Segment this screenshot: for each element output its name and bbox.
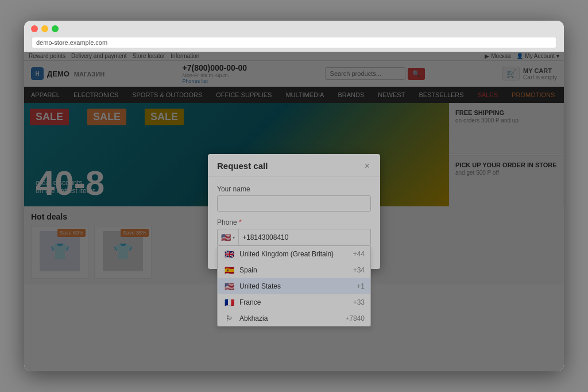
phone-input-row: 🇺🇸 ▾ bbox=[217, 229, 371, 246]
modal-overlay[interactable]: Request call × Your name Phone * bbox=[24, 52, 564, 371]
spain-name: Spain bbox=[239, 266, 349, 274]
country-option-uk[interactable]: 🇬🇧 United Kingdom (Great Britain) +44 bbox=[218, 246, 370, 262]
spain-flag: 🇪🇸 bbox=[223, 266, 235, 275]
abkhazia-name: Abkhazia bbox=[239, 314, 341, 322]
country-option-us[interactable]: 🇺🇸 United States +1 bbox=[218, 278, 370, 294]
country-dropdown[interactable]: 🇬🇧 United Kingdom (Great Britain) +44 🇪🇸… bbox=[217, 246, 371, 326]
name-form-group: Your name bbox=[217, 185, 371, 212]
required-asterisk: * bbox=[239, 218, 242, 226]
country-option-spain[interactable]: 🇪🇸 Spain +34 bbox=[218, 262, 370, 278]
phone-number-input[interactable] bbox=[239, 230, 370, 245]
uk-code: +44 bbox=[353, 250, 365, 258]
phone-form-group: Phone * 🇺🇸 ▾ bbox=[217, 218, 371, 246]
phone-group: 🇺🇸 ▾ 🇬🇧 United Kingdom (Grea bbox=[217, 229, 371, 246]
address-bar[interactable] bbox=[31, 37, 557, 48]
us-name: United States bbox=[239, 282, 352, 290]
minimize-button[interactable] bbox=[41, 25, 48, 32]
modal-body: Your name Phone * 🇺🇸 bbox=[208, 177, 380, 269]
phone-flag-button[interactable]: 🇺🇸 ▾ bbox=[218, 229, 239, 245]
flag-chevron-icon: ▾ bbox=[233, 235, 235, 240]
name-input[interactable] bbox=[217, 195, 371, 212]
phone-label: Phone * bbox=[217, 218, 371, 226]
country-option-abkhazia[interactable]: 🏳 Abkhazia +7840 bbox=[218, 310, 370, 326]
modal-header: Request call × bbox=[208, 154, 380, 177]
selected-flag: 🇺🇸 bbox=[221, 233, 231, 242]
us-code: +1 bbox=[357, 282, 365, 290]
modal-close-button[interactable]: × bbox=[363, 162, 371, 171]
abkhazia-flag: 🏳 bbox=[223, 314, 235, 323]
uk-name: United Kingdom (Great Britain) bbox=[239, 250, 349, 258]
us-flag: 🇺🇸 bbox=[223, 282, 235, 291]
spain-code: +34 bbox=[353, 266, 365, 274]
france-name: France bbox=[239, 298, 349, 306]
maximize-button[interactable] bbox=[52, 25, 59, 32]
request-call-modal: Request call × Your name Phone * bbox=[208, 154, 380, 269]
name-label: Your name bbox=[217, 185, 371, 193]
uk-flag: 🇬🇧 bbox=[223, 249, 235, 259]
website-content: Reward points Delivery and payment Store… bbox=[24, 52, 564, 371]
france-code: +33 bbox=[353, 298, 365, 306]
country-option-france[interactable]: 🇫🇷 France +33 bbox=[218, 294, 370, 310]
abkhazia-code: +7840 bbox=[345, 314, 365, 322]
close-button[interactable] bbox=[31, 25, 38, 32]
france-flag: 🇫🇷 bbox=[223, 298, 235, 307]
modal-title: Request call bbox=[217, 161, 268, 171]
